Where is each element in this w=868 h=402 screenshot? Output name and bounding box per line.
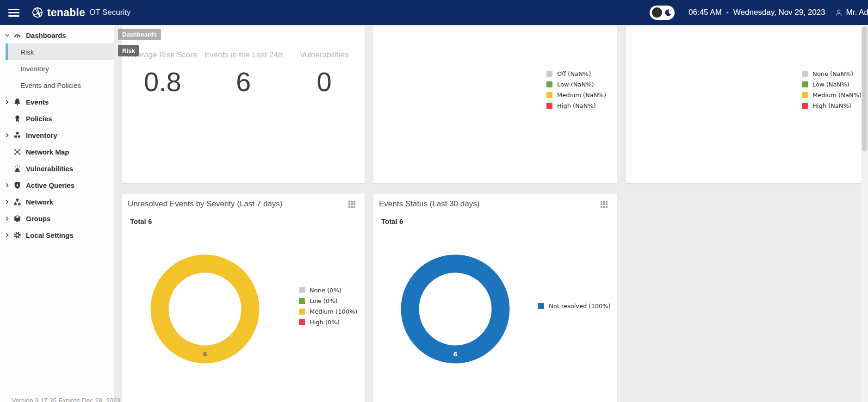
- stat-value: 0: [284, 66, 365, 97]
- sidebar-item-vulnerabilities[interactable]: Vulnerabilities: [0, 160, 114, 177]
- moon-icon: [663, 8, 672, 17]
- legend-label: Medium (NaN%): [812, 92, 862, 99]
- donut-chart-status[interactable]: 6: [401, 254, 510, 364]
- hamburger-menu-icon[interactable]: [8, 9, 19, 17]
- status-legend: Not resolved (100%): [538, 301, 611, 311]
- legend-label: Low (0%): [310, 297, 338, 304]
- legend-swatch: [546, 103, 552, 109]
- sidebar-item-local-settings[interactable]: Local Settings: [0, 227, 114, 243]
- date-text: Wednesday, Nov 29, 2023: [733, 8, 825, 17]
- chevron-right-icon[interactable]: [4, 215, 12, 222]
- unresolved-events-card: Unresolved Events by Severity (Last 7 da…: [122, 194, 365, 402]
- sidebar-item-network-map[interactable]: Network Map: [0, 143, 114, 160]
- network-map-icon: [13, 148, 22, 156]
- chevron-right-icon[interactable]: [4, 231, 12, 239]
- tooltip-dashboards: Dashboards: [118, 29, 161, 40]
- legend-item-high[interactable]: High (0%): [299, 317, 357, 328]
- navbar-right: 06:45 AM • Wednesday, Nov 29, 2023 Mr. A…: [650, 0, 868, 25]
- chevron-right-icon[interactable]: [4, 181, 12, 189]
- legend-item-not[interactable]: Not resolved (100%): [538, 301, 611, 311]
- vertical-scrollbar[interactable]: [861, 25, 868, 402]
- chevron-right-icon[interactable]: [4, 198, 12, 205]
- chevron-placeholder: [4, 148, 12, 155]
- sidebar-item-label: Risk: [20, 48, 34, 56]
- legend-label: Low (NaN%): [557, 81, 594, 88]
- sidebar-item-risk[interactable]: Risk: [6, 43, 114, 60]
- legend-item-low[interactable]: Low (0%): [299, 296, 357, 306]
- brand: tenable OT Security: [31, 6, 130, 19]
- sidebar-item-active-queries[interactable]: Active Queries: [0, 177, 114, 193]
- legend-item-high[interactable]: High (NaN%): [802, 100, 862, 111]
- stat-average-risk-score: Average Risk Score0.8: [122, 50, 203, 97]
- chevron-right-icon[interactable]: [4, 131, 12, 139]
- chevron-down-icon[interactable]: [4, 31, 12, 39]
- legend-swatch: [299, 319, 305, 325]
- donut-chart-severity[interactable]: 6: [150, 254, 260, 364]
- scrollbar-thumb[interactable]: [862, 26, 867, 151]
- grid-menu-icon[interactable]: [601, 201, 608, 208]
- chevron-right-icon[interactable]: [4, 98, 12, 105]
- risk-summary-card: Average Risk Score0.8Events in the Last …: [122, 26, 365, 184]
- sidebar-item-dashboards[interactable]: Dashboards: [0, 27, 114, 43]
- sidebar-item-label: Inventory: [20, 65, 49, 73]
- dashboards-icon: [13, 31, 22, 40]
- legend-swatch: [802, 103, 808, 109]
- sidebar-nav: DashboardsRiskInventoryEvents and Polici…: [0, 25, 114, 243]
- toggle-knob-icon: [652, 7, 662, 18]
- legend-label: Medium (100%): [310, 308, 357, 315]
- legend-swatch: [802, 92, 808, 98]
- legend-item-off[interactable]: Off (NaN%): [546, 68, 606, 79]
- legend-swatch: [538, 303, 544, 309]
- vulnerabilities-icon: [13, 164, 22, 173]
- time-date-separator: •: [726, 9, 729, 16]
- stat-events-in-the-last-24h: Events in the Last 24h6: [203, 50, 284, 97]
- legend-swatch: [299, 309, 305, 315]
- sidebar-item-label: Events and Policies: [20, 81, 81, 89]
- legend-item-low[interactable]: Low (NaN%): [546, 79, 606, 90]
- inventory-icon: [13, 131, 22, 140]
- brand-product: OT Security: [89, 8, 130, 17]
- legend-item-medium[interactable]: Medium (100%): [299, 306, 357, 317]
- sidebar-item-events-and-policies[interactable]: Events and Policies: [0, 77, 114, 93]
- legend-swatch: [299, 287, 305, 293]
- top-navbar: tenable OT Security 06:45 AM • Wednesday…: [0, 0, 868, 25]
- theme-toggle[interactable]: [650, 6, 675, 20]
- stat-value: 6: [203, 66, 284, 97]
- user-name[interactable]: Mr. Admi: [846, 8, 868, 17]
- legend-item-medium[interactable]: Medium (NaN%): [546, 90, 606, 100]
- stat-label: Events in the Last 24h: [203, 50, 284, 60]
- grid-menu-icon[interactable]: [348, 201, 355, 208]
- sidebar-item-network[interactable]: Network: [0, 193, 114, 210]
- sidebar-item-inventory[interactable]: Inventory: [0, 60, 114, 77]
- events-status-card: Events Status (Last 30 days) Total 6 6 N…: [373, 194, 617, 402]
- sidebar-item-groups[interactable]: Groups: [0, 210, 114, 227]
- legend-item-medium[interactable]: Medium (NaN%): [802, 90, 862, 100]
- legend-swatch: [546, 71, 552, 77]
- active-queries-icon: [13, 181, 22, 190]
- brand-name: tenable: [47, 6, 85, 19]
- legend-swatch: [546, 92, 552, 98]
- chevron-placeholder: [4, 165, 12, 172]
- sidebar-item-inventory[interactable]: Inventory: [0, 127, 114, 143]
- risk-nan-card: Off (NaN%)Low (NaN%)Medium (NaN%)High (N…: [373, 26, 617, 184]
- donut-ring: [160, 264, 250, 354]
- sidebar-item-policies[interactable]: Policies: [0, 110, 114, 127]
- legend-item-low[interactable]: Low (NaN%): [802, 79, 862, 90]
- legend-item-none[interactable]: None (0%): [299, 285, 357, 296]
- legend-swatch: [802, 71, 808, 77]
- legend-item-none[interactable]: None (NaN%): [802, 68, 862, 79]
- sidebar-item-label: Dashboards: [26, 31, 66, 39]
- legend-label: Medium (NaN%): [557, 92, 606, 99]
- legend-swatch: [546, 81, 552, 87]
- sidebar-item-events[interactable]: Events: [0, 93, 114, 110]
- sidebar-item-label: Events: [26, 98, 49, 106]
- legend-label: Off (NaN%): [557, 70, 591, 77]
- user-icon: [835, 8, 843, 17]
- sidebar-item-label: Vulnerabilities: [26, 165, 73, 173]
- legend-swatch: [299, 298, 305, 304]
- chevron-placeholder: [4, 115, 12, 122]
- legend-item-high[interactable]: High (NaN%): [546, 100, 606, 111]
- severity-nan-card: None (NaN%)Low (NaN%)Medium (NaN%)High (…: [626, 26, 868, 184]
- legend-label: High (0%): [310, 319, 340, 326]
- stat-value: 0.8: [122, 66, 203, 97]
